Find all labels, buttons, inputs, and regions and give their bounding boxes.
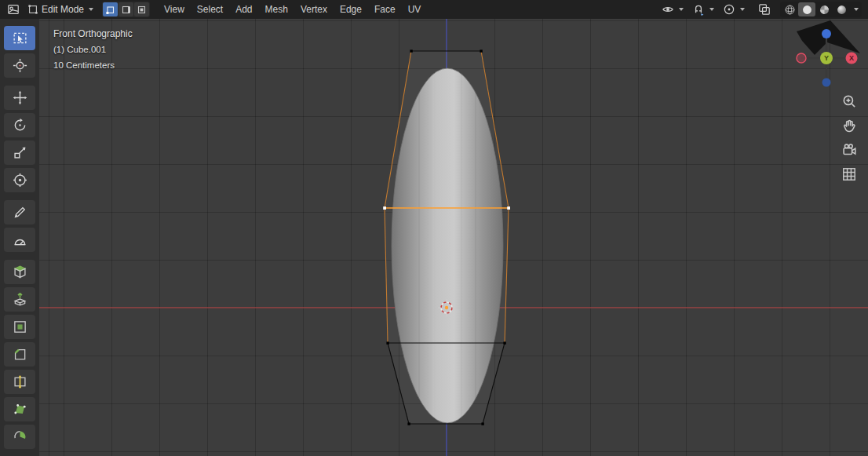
tool-measure[interactable] (4, 228, 35, 252)
gizmo-y-label: Y (824, 54, 829, 62)
dropdown-caret-icon (709, 8, 714, 11)
zoom-icon (841, 93, 857, 109)
camera-icon (841, 142, 857, 158)
inset-faces-icon (13, 319, 27, 334)
magnet-snap-icon (692, 3, 705, 16)
hand-icon (841, 118, 857, 133)
edge-select-mode-button[interactable] (119, 2, 133, 16)
solid-shading-icon (801, 4, 813, 16)
gizmo-z-ball[interactable] (822, 29, 831, 38)
tool-spin[interactable] (4, 425, 35, 449)
menu-select[interactable]: Select (191, 0, 229, 19)
object-origin-dot (445, 306, 448, 309)
tool-poly-build[interactable] (4, 397, 35, 421)
tool-add-cube[interactable] (4, 260, 35, 284)
transform-tool-icon (13, 173, 27, 188)
menu-view[interactable]: View (158, 0, 191, 19)
menu-vertex[interactable]: Vertex (294, 0, 334, 19)
dropdown-caret-icon (740, 8, 745, 11)
menu-face[interactable]: Face (368, 0, 402, 19)
pan-button[interactable] (840, 116, 859, 135)
bevel-icon (13, 347, 27, 362)
select-mode-group (102, 2, 150, 17)
navigation-gizmo[interactable]: Y X (797, 20, 860, 87)
tool-select-box[interactable] (4, 26, 35, 50)
measure-tool-icon (13, 232, 27, 247)
viewport-shading-group (780, 2, 862, 17)
snap-dropdown[interactable] (688, 2, 718, 17)
tool-bevel[interactable] (4, 342, 35, 367)
mesh-cube-001[interactable] (383, 49, 510, 427)
gizmo-minus-z-ball[interactable] (822, 78, 831, 87)
edge-select-icon (121, 5, 131, 15)
shading-material-button[interactable] (815, 2, 833, 16)
tool-transform[interactable] (4, 168, 35, 192)
editor-type-button[interactable] (3, 2, 24, 17)
viewport-canvas[interactable]: Y X (39, 19, 868, 456)
visibility-dropdown[interactable] (658, 2, 687, 17)
tool-move[interactable] (4, 86, 35, 110)
camera-view-button[interactable] (840, 140, 859, 159)
dropdown-caret-icon (679, 8, 684, 11)
tool-rotate[interactable] (4, 113, 35, 137)
wireframe-shading-icon (784, 4, 796, 16)
vertex-select-mode-button[interactable] (103, 2, 118, 16)
mode-label: Edit Mode (42, 4, 84, 15)
active-object-label: (1) Cube.001 (53, 42, 133, 57)
face-select-icon (137, 5, 147, 15)
dropdown-caret-icon (89, 8, 93, 11)
select-box-icon (13, 31, 27, 46)
gizmo-x-label: X (849, 54, 854, 62)
3d-viewport[interactable]: Front Orthographic (1) Cube.001 10 Centi… (39, 19, 868, 456)
cursor-tool-icon (13, 58, 27, 73)
subdivided-capsule-surface[interactable] (392, 68, 503, 423)
shading-rendered-button[interactable] (833, 2, 850, 16)
scale-units-label: 10 Centimeters (53, 57, 133, 73)
rotate-tool-icon (13, 118, 27, 133)
viewport-header: Edit Mode View Select Add Mesh Vert (0, 0, 868, 19)
header-right-controls (658, 2, 862, 17)
proportional-editing-dropdown[interactable] (719, 2, 749, 17)
editor-type-icon (7, 3, 20, 16)
shading-solid-button[interactable] (798, 2, 815, 16)
tool-extrude-region[interactable] (4, 287, 35, 312)
tool-scale[interactable] (4, 140, 35, 165)
annotate-pen-icon (13, 205, 27, 220)
move-tool-icon (13, 90, 27, 105)
proportional-editing-icon (723, 3, 735, 16)
face-select-mode-button[interactable] (134, 2, 149, 16)
overlays-icon (758, 3, 771, 16)
tool-cursor[interactable] (4, 53, 35, 78)
vertex-select-icon (105, 5, 115, 15)
material-shading-icon (819, 4, 830, 16)
rendered-shading-icon (836, 4, 848, 16)
menu-mesh[interactable]: Mesh (259, 0, 294, 19)
tool-loop-cut[interactable] (4, 370, 35, 394)
scale-tool-icon (13, 145, 27, 160)
viewport-text-overlay: Front Orthographic (1) Cube.001 10 Centi… (53, 26, 133, 73)
loop-cut-icon (13, 374, 27, 389)
shading-wireframe-button[interactable] (781, 2, 798, 16)
overlays-toggle[interactable] (754, 2, 775, 17)
eye-icon (662, 3, 674, 16)
spin-icon (13, 429, 27, 444)
viewport-nav-buttons (840, 92, 859, 184)
tool-inset-faces[interactable] (4, 315, 35, 339)
tool-annotate[interactable] (4, 200, 35, 224)
shading-dropdown[interactable] (850, 2, 861, 16)
menu-bar: View Select Add Mesh Vertex Edge Face UV (158, 0, 427, 19)
extrude-region-icon (13, 292, 27, 307)
ortho-grid-button[interactable] (840, 165, 859, 184)
menu-add[interactable]: Add (229, 0, 258, 19)
grid-icon (841, 166, 857, 182)
menu-uv[interactable]: UV (402, 0, 428, 19)
dropdown-caret-icon (854, 8, 859, 11)
edit-mode-icon (27, 4, 38, 15)
add-cube-icon (13, 264, 27, 279)
menu-edge[interactable]: Edge (334, 0, 368, 19)
gizmo-minus-x-ball[interactable] (797, 53, 806, 63)
view-name-label: Front Orthographic (53, 26, 133, 42)
mode-dropdown[interactable]: Edit Mode (24, 2, 97, 17)
zoom-button[interactable] (840, 92, 859, 111)
poly-build-icon (13, 402, 27, 417)
